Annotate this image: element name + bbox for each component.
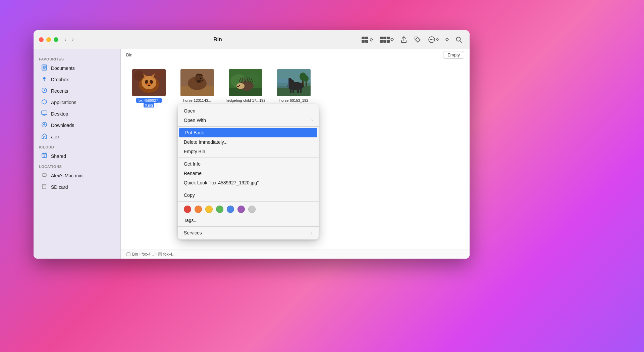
alex-label: alex (51, 134, 60, 139)
dropbox-label: Dropbox (51, 77, 69, 82)
svg-point-52 (197, 80, 201, 83)
menu-open-with[interactable]: Open With › (178, 116, 319, 125)
color-dot-yellow[interactable] (205, 206, 213, 213)
sidebar-item-desktop[interactable]: Desktop (36, 108, 118, 120)
svg-point-55 (202, 80, 203, 81)
sort-button[interactable] (443, 36, 451, 43)
svg-point-22 (44, 80, 45, 81)
dropbox-icon (41, 76, 48, 83)
mac-mini-label: Alex's Mac mini (51, 173, 84, 178)
svg-rect-9 (387, 40, 390, 43)
services-arrow: › (311, 230, 313, 235)
back-button[interactable]: ‹ (62, 35, 68, 44)
nav-buttons: ‹ › (62, 35, 76, 44)
search-button[interactable] (453, 35, 464, 44)
file-item-horse-field[interactable]: horse-60153_1920.jpg (274, 69, 314, 108)
maximize-button[interactable] (54, 37, 58, 42)
svg-point-37 (142, 76, 156, 89)
mac-mini-icon (41, 172, 48, 179)
menu-delete-immediately[interactable]: Delete Immediately... (178, 137, 319, 147)
view-grid-button[interactable] (360, 35, 375, 44)
sidebar-item-documents[interactable]: Documents (36, 62, 118, 74)
svg-point-54 (201, 78, 201, 78)
sidebar-item-recents[interactable]: Recents (36, 85, 118, 97)
color-dot-orange[interactable] (195, 206, 202, 213)
separator-5 (178, 226, 319, 227)
minimize-button[interactable] (46, 37, 51, 42)
sidebar: Favourites Documents (34, 49, 121, 259)
tag-button[interactable] (412, 35, 423, 45)
open-with-arrow: › (311, 118, 313, 123)
file-item-fox[interactable]: fox-4589927_ 0.jpg (129, 69, 169, 108)
downloads-label: Downloads (51, 123, 74, 128)
sidebar-item-dropbox[interactable]: Dropbox (36, 74, 118, 85)
menu-tags[interactable]: Tags... (178, 216, 319, 225)
svg-point-53 (200, 78, 201, 79)
sidebar-item-shared[interactable]: Shared (36, 150, 118, 162)
desktop-label: Desktop (51, 111, 68, 117)
svg-rect-5 (383, 37, 386, 39)
svg-rect-0 (362, 37, 365, 39)
sidebar-item-downloads[interactable]: Downloads (36, 120, 118, 131)
menu-open[interactable]: Open (178, 106, 319, 116)
svg-rect-69 (290, 87, 291, 93)
svg-rect-30 (42, 174, 46, 176)
color-dot-purple[interactable] (237, 206, 245, 213)
svg-rect-6 (387, 37, 390, 39)
path-bar: Bin › fox-4... › fox-4... (126, 252, 464, 257)
svg-point-13 (431, 39, 432, 40)
documents-icon (41, 64, 48, 72)
forward-button[interactable]: › (70, 35, 76, 44)
window-title: Bin (80, 37, 356, 43)
svg-rect-71 (297, 87, 299, 93)
sidebar-item-applications[interactable]: Applications (36, 97, 118, 108)
sidebar-item-sd-card[interactable]: SD card (36, 181, 118, 193)
menu-rename[interactable]: Rename (178, 169, 319, 178)
close-button[interactable] (39, 37, 44, 42)
svg-point-47 (155, 70, 163, 78)
toolbar-icons (360, 35, 464, 45)
menu-copy[interactable]: Copy (178, 190, 319, 200)
color-dot-gray[interactable] (248, 206, 256, 213)
locations-label: Locations (34, 162, 120, 170)
fox-filename-selected: fox-4589927_ (136, 98, 161, 103)
view-columns-button[interactable] (378, 35, 396, 44)
hedgehog-thumbnail (229, 69, 262, 96)
menu-services[interactable]: Services › (178, 228, 319, 237)
more-button[interactable] (426, 35, 441, 45)
menu-put-back[interactable]: Put Back (179, 128, 317, 137)
status-path-text: Bin › fox-4... (132, 252, 154, 257)
file-item-hedgehog[interactable]: hedgehog-child-17...1920.jpg (225, 69, 266, 108)
toolbar: ‹ › Bin (34, 30, 470, 49)
share-button[interactable] (398, 35, 409, 45)
separator-2 (178, 158, 319, 158)
svg-rect-4 (380, 37, 383, 39)
color-dot-blue[interactable] (227, 206, 234, 213)
separator-3 (178, 189, 319, 189)
favourites-label: Favourites (34, 54, 120, 62)
sidebar-item-mac-mini[interactable]: Alex's Mac mini (36, 170, 118, 181)
menu-get-info[interactable]: Get Info (178, 159, 319, 169)
home-icon (41, 133, 48, 140)
traffic-lights (39, 37, 58, 42)
desktop-icon (41, 110, 48, 118)
svg-rect-72 (300, 87, 302, 93)
svg-point-45 (148, 85, 150, 86)
menu-empty-bin[interactable]: Empty Bin (178, 147, 319, 156)
recents-icon (41, 87, 48, 95)
color-dot-green[interactable] (216, 206, 223, 213)
fox-filename-ext: 0.jpg (144, 103, 154, 107)
svg-point-12 (430, 39, 431, 40)
icloud-label: iCloud (34, 142, 120, 150)
menu-quick-look[interactable]: Quick Look "fox-4589927_1920.jpg" (178, 178, 319, 187)
sidebar-item-alex[interactable]: alex (36, 131, 118, 142)
fox-thumbnail (132, 69, 166, 96)
svg-point-14 (433, 39, 434, 40)
svg-point-64 (239, 85, 240, 85)
svg-rect-24 (42, 111, 47, 115)
applications-label: Applications (51, 100, 76, 105)
svg-point-62 (237, 86, 239, 87)
file-item-horse-brown[interactable]: horse-1201143...20.jpg (177, 69, 217, 108)
empty-button[interactable]: Empty (443, 51, 464, 59)
color-dot-red[interactable] (184, 206, 191, 213)
